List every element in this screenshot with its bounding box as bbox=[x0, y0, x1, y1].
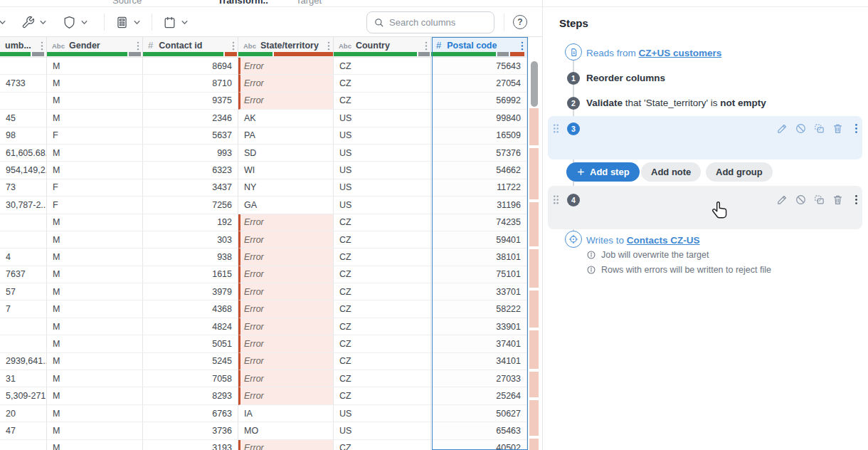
cell-postal-code[interactable]: 34101 bbox=[431, 353, 527, 370]
column-menu-icon[interactable] bbox=[521, 41, 524, 51]
cell-country[interactable]: CZ bbox=[334, 214, 431, 231]
cell-gender[interactable]: F bbox=[47, 197, 143, 214]
cell-gender[interactable]: F bbox=[47, 127, 143, 145]
cell-country[interactable]: CZ bbox=[334, 335, 431, 352]
cell-country[interactable]: CZ bbox=[334, 58, 431, 75]
cell-contact-id[interactable]: 4368 bbox=[143, 300, 238, 318]
cell-phone-number[interactable]: 47 bbox=[0, 422, 47, 439]
cell-country[interactable]: US bbox=[334, 127, 431, 145]
cell-phone-number[interactable] bbox=[0, 440, 47, 450]
cell-phone-number[interactable]: 45 bbox=[0, 110, 47, 127]
help-button[interactable]: ? bbox=[513, 15, 527, 29]
cell-state-territory[interactable]: Error bbox=[238, 75, 334, 92]
cell-gender[interactable]: M bbox=[47, 300, 143, 318]
cell-gender[interactable]: M bbox=[47, 266, 143, 283]
step-2-text[interactable]: Validate that 'State_territory' is not e… bbox=[586, 95, 766, 112]
cell-state-territory[interactable]: Error bbox=[238, 214, 334, 231]
cell-postal-code[interactable]: 75643 bbox=[431, 58, 527, 75]
cell-country[interactable]: US bbox=[334, 422, 431, 439]
cell-country[interactable]: CZ bbox=[334, 231, 431, 248]
cell-phone-number[interactable] bbox=[0, 58, 47, 75]
cell-state-territory[interactable]: Error bbox=[238, 353, 334, 370]
cell-postal-code[interactable]: 33901 bbox=[431, 318, 527, 335]
duplicate-icon[interactable] bbox=[813, 194, 825, 206]
cell-contact-id[interactable]: 6763 bbox=[143, 405, 238, 422]
cell-state-territory[interactable]: SD bbox=[238, 145, 334, 162]
cell-contact-id[interactable]: 2346 bbox=[143, 110, 238, 127]
cell-contact-id[interactable]: 9375 bbox=[143, 93, 238, 110]
cell-state-territory[interactable]: Error bbox=[238, 387, 334, 404]
cell-state-territory[interactable]: PA bbox=[238, 127, 334, 145]
duplicate-icon[interactable] bbox=[813, 122, 825, 135]
drag-handle-icon[interactable] bbox=[552, 194, 560, 208]
disable-icon[interactable] bbox=[795, 122, 807, 135]
cell-gender[interactable]: M bbox=[47, 110, 143, 127]
delete-icon[interactable] bbox=[832, 194, 844, 206]
cell-phone-number[interactable]: 4733 bbox=[0, 75, 47, 92]
cell-contact-id[interactable]: 7058 bbox=[143, 370, 238, 387]
cell-gender[interactable]: M bbox=[47, 75, 143, 92]
cell-contact-id[interactable]: 5637 bbox=[143, 127, 238, 145]
cell-country[interactable]: CZ bbox=[334, 387, 431, 404]
column-header-state-territory[interactable]: AbcState/territory bbox=[238, 37, 334, 58]
cell-gender[interactable]: M bbox=[47, 145, 143, 162]
cell-state-territory[interactable]: WI bbox=[238, 162, 334, 179]
cell-state-territory[interactable]: Error bbox=[238, 370, 334, 387]
more-options-icon[interactable] bbox=[850, 122, 862, 135]
cell-state-territory[interactable]: Error bbox=[238, 335, 334, 352]
cell-state-territory[interactable]: Error bbox=[238, 58, 334, 75]
cell-postal-code[interactable]: 56992 bbox=[431, 93, 527, 110]
edit-icon[interactable] bbox=[776, 122, 788, 135]
cell-gender[interactable]: M bbox=[47, 335, 143, 352]
column-header-postal-code[interactable]: #Postal code bbox=[431, 37, 527, 58]
step-4-row[interactable] bbox=[548, 186, 862, 229]
step-1-text[interactable]: Reorder columns bbox=[586, 70, 665, 87]
add-step-button[interactable]: Add step bbox=[566, 162, 640, 182]
column-header-phone-number[interactable]: umb... bbox=[0, 37, 47, 58]
cell-phone-number[interactable] bbox=[0, 93, 47, 110]
cell-country[interactable]: CZ bbox=[334, 93, 431, 110]
disable-icon[interactable] bbox=[795, 194, 807, 206]
cell-postal-code[interactable]: 58222 bbox=[431, 300, 527, 318]
cell-phone-number[interactable]: 7 bbox=[0, 300, 47, 318]
column-menu-icon[interactable] bbox=[232, 41, 235, 51]
cell-contact-id[interactable]: 3437 bbox=[143, 179, 238, 197]
cell-state-territory[interactable]: AK bbox=[238, 110, 334, 127]
cell-postal-code[interactable]: 99840 bbox=[431, 110, 527, 127]
cell-postal-code[interactable]: 27033 bbox=[431, 370, 527, 387]
cell-gender[interactable]: M bbox=[47, 214, 143, 231]
column-header-contact-id[interactable]: #Contact id bbox=[143, 37, 238, 58]
cell-phone-number[interactable]: 2939,641... bbox=[0, 353, 47, 370]
cell-state-territory[interactable]: GA bbox=[238, 197, 334, 214]
cell-phone-number[interactable]: 4 bbox=[0, 248, 47, 266]
cell-phone-number[interactable]: 5,309-271... bbox=[0, 387, 47, 404]
cell-phone-number[interactable]: 61,605.68... bbox=[0, 145, 47, 162]
cell-contact-id[interactable]: 8710 bbox=[143, 75, 238, 92]
cell-gender[interactable]: M bbox=[47, 318, 143, 335]
cell-country[interactable]: CZ bbox=[334, 248, 431, 266]
cell-gender[interactable]: M bbox=[47, 231, 143, 248]
toolbar-validate-button[interactable] bbox=[63, 8, 88, 36]
cell-country[interactable]: CZ bbox=[334, 370, 431, 387]
cell-phone-number[interactable]: 57 bbox=[0, 283, 47, 300]
cell-gender[interactable]: M bbox=[47, 353, 143, 370]
cell-postal-code[interactable]: 59401 bbox=[431, 231, 527, 248]
cell-phone-number[interactable]: 98 bbox=[0, 127, 47, 145]
tab-target[interactable]: Target bbox=[296, 0, 322, 6]
cell-postal-code[interactable]: 40502 bbox=[431, 440, 527, 450]
cell-phone-number[interactable]: 73 bbox=[0, 179, 47, 197]
cell-state-territory[interactable]: Error bbox=[238, 248, 334, 266]
cell-gender[interactable]: M bbox=[47, 387, 143, 404]
cell-contact-id[interactable]: 4824 bbox=[143, 318, 238, 335]
writes-target-link[interactable]: Contacts CZ-US bbox=[627, 235, 700, 246]
cell-gender[interactable]: M bbox=[47, 440, 143, 450]
column-menu-icon[interactable] bbox=[327, 41, 330, 51]
cell-postal-code[interactable]: 38101 bbox=[431, 248, 527, 266]
cell-gender[interactable]: M bbox=[47, 370, 143, 387]
cell-contact-id[interactable]: 6323 bbox=[143, 162, 238, 179]
cell-state-territory[interactable]: Error bbox=[238, 283, 334, 300]
cell-postal-code[interactable]: 75101 bbox=[431, 266, 527, 283]
cell-country[interactable]: CZ bbox=[334, 266, 431, 283]
cell-contact-id[interactable]: 938 bbox=[143, 248, 238, 266]
cell-country[interactable]: US bbox=[334, 162, 431, 179]
